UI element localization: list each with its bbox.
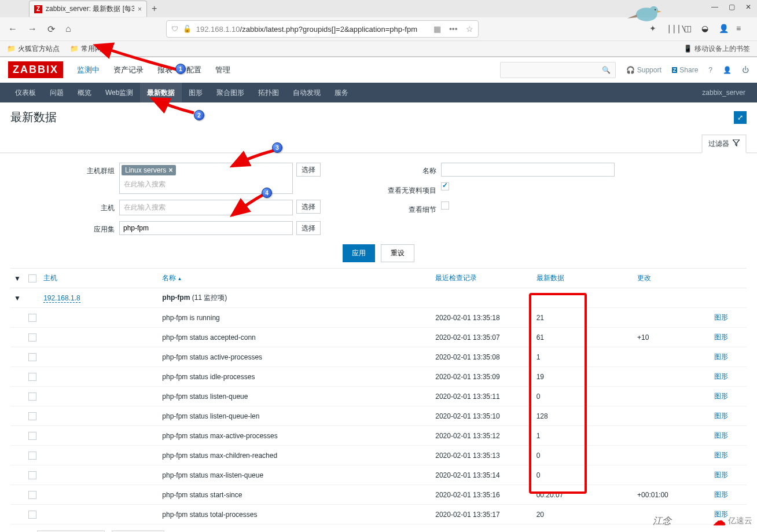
application-select-button[interactable]: 选择 <box>296 221 321 235</box>
col-checkbox-all[interactable] <box>25 269 41 288</box>
more-icon[interactable]: ••• <box>449 24 458 34</box>
graph-link[interactable]: 图形 <box>714 313 728 321</box>
col-host[interactable]: 主机 <box>40 269 159 288</box>
sub-menu: 仪表板 问题 概览 Web监测 最新数据 图形 聚合图形 拓扑图 自动发现 服务… <box>0 83 757 102</box>
table-row: php-fpm status listen-queue2020-02-01 13… <box>10 387 747 406</box>
row-checkbox[interactable] <box>28 491 36 499</box>
submenu-web[interactable]: Web监测 <box>98 83 140 102</box>
url-bar[interactable]: 🛡 🔓 192.168.1.10/zabbix/latest.php?group… <box>166 20 479 38</box>
col-toggle[interactable]: ▼ <box>10 269 25 288</box>
item-lastvalue: 21 <box>533 308 634 328</box>
maximize-icon[interactable]: ▢ <box>729 3 735 11</box>
submenu-discovery[interactable]: 自动发现 <box>286 83 328 102</box>
details-checkbox[interactable] <box>441 201 449 210</box>
global-search-input[interactable]: 🔍 <box>500 62 616 78</box>
submenu-dashboard[interactable]: 仪表板 <box>8 83 43 102</box>
account-icon[interactable]: 👤 <box>719 24 729 34</box>
row-checkbox[interactable] <box>28 471 36 479</box>
graph-link[interactable]: 图形 <box>714 333 728 341</box>
apply-button[interactable]: 应用 <box>343 244 375 262</box>
reader-icon[interactable]: ▦ <box>433 24 441 34</box>
bookmark-firefox[interactable]: 📁火狐官方站点 <box>7 44 60 54</box>
menu-administration[interactable]: 管理 <box>210 58 236 82</box>
row-checkbox[interactable] <box>28 353 36 361</box>
row-checkbox[interactable] <box>28 392 36 401</box>
row-checkbox[interactable] <box>28 452 36 460</box>
row-checkbox[interactable] <box>28 432 36 440</box>
zabbix-logo[interactable]: ZABBIX <box>8 61 63 78</box>
tab-close-icon[interactable]: × <box>138 5 142 13</box>
col-name[interactable]: 名称 <box>159 269 432 288</box>
share-link[interactable]: ZShare <box>672 66 699 74</box>
row-checkbox[interactable] <box>28 314 36 322</box>
extension-icon[interactable]: ✦ <box>649 24 660 34</box>
row-checkbox[interactable] <box>28 511 36 519</box>
graph-link[interactable]: 图形 <box>714 412 728 420</box>
forward-button[interactable]: → <box>25 21 39 36</box>
item-change <box>634 426 711 446</box>
lock-strike-icon[interactable]: 🔓 <box>183 25 192 33</box>
support-link[interactable]: 🎧Support <box>626 66 662 74</box>
item-name: php-fpm status listen-queue <box>159 387 432 406</box>
bookmark-star-icon[interactable]: ☆ <box>466 24 473 34</box>
logout-icon[interactable]: ⏻ <box>742 66 749 74</box>
hostgroups-select-button[interactable]: 选择 <box>296 163 321 177</box>
graph-link[interactable]: 图形 <box>714 471 728 479</box>
menu-monitoring[interactable]: 监测中 <box>71 58 105 82</box>
submenu-graphs[interactable]: 图形 <box>182 83 210 102</box>
filter-toggle[interactable]: 过滤器 <box>701 134 747 153</box>
help-icon[interactable]: ? <box>708 66 712 74</box>
reset-button[interactable]: 重设 <box>381 244 414 262</box>
col-lastcheck[interactable]: 最近检查记录 <box>432 269 532 288</box>
name-input[interactable] <box>441 163 615 177</box>
close-window-icon[interactable]: ✕ <box>745 3 751 11</box>
reload-button[interactable]: ⟳ <box>45 21 57 37</box>
library-icon[interactable]: |||\ <box>667 24 677 34</box>
submenu-services[interactable]: 服务 <box>328 83 355 102</box>
submenu-problems[interactable]: 问题 <box>43 83 71 102</box>
back-button[interactable]: ← <box>6 21 20 36</box>
row-checkbox[interactable] <box>28 333 36 342</box>
browser-tab[interactable]: Z zabbix_server: 最新数据 [每30 × <box>29 1 147 17</box>
submenu-overview[interactable]: 概览 <box>71 83 98 102</box>
bookmark-mobile[interactable]: 📱移动设备上的书签 <box>683 44 750 54</box>
fullscreen-button[interactable]: ⤢ <box>734 111 747 124</box>
collapse-toggle[interactable]: ▼ <box>10 288 25 308</box>
shield-icon[interactable]: 🛡 <box>171 25 178 33</box>
field-hosts: 主机 在此输入搜索 选择 <box>57 200 321 215</box>
submenu-screens[interactable]: 聚合图形 <box>210 83 251 102</box>
row-checkbox[interactable] <box>28 373 36 381</box>
graph-link[interactable]: 图形 <box>714 451 728 459</box>
item-name: php-fpm status max-listen-queue <box>159 465 432 485</box>
graph-link[interactable]: 图形 <box>714 490 728 498</box>
menu-inventory[interactable]: 资产记录 <box>108 58 149 82</box>
home-button[interactable]: ⌂ <box>63 21 74 36</box>
row-checkbox[interactable] <box>28 412 36 420</box>
nodata-checkbox[interactable] <box>441 182 449 190</box>
annotation-marker-4: 4 <box>262 188 272 198</box>
bookmark-common[interactable]: 📁常用网址 <box>70 44 109 54</box>
graph-link[interactable]: 图形 <box>714 372 728 380</box>
hosts-select-button[interactable]: 选择 <box>296 200 321 214</box>
new-tab-button[interactable]: + <box>152 3 157 14</box>
user-icon[interactable]: 👤 <box>723 66 732 74</box>
minimize-icon[interactable]: — <box>711 3 718 11</box>
item-change <box>634 446 711 465</box>
col-change[interactable]: 更改 <box>634 269 711 288</box>
pocket-icon[interactable]: ◒ <box>701 24 712 34</box>
submenu-maps[interactable]: 拓扑图 <box>251 83 286 102</box>
graph-link[interactable]: 图形 <box>714 353 728 361</box>
hostgroup-tag: Linux servers× <box>122 165 176 175</box>
menu-icon[interactable]: ≡ <box>736 24 747 34</box>
sidebar-icon[interactable]: ◫ <box>684 24 694 34</box>
application-input[interactable] <box>119 221 293 235</box>
menu-reports[interactable]: 报表 <box>152 58 178 82</box>
remove-tag-icon[interactable]: × <box>168 166 172 174</box>
submenu-latest-data[interactable]: 最新数据 <box>140 83 182 102</box>
hosts-input[interactable]: 在此输入搜索 <box>119 200 293 215</box>
col-lastvalue[interactable]: 最新数据 <box>533 269 634 288</box>
tab-bar: Z zabbix_server: 最新数据 [每30 × + <box>0 0 757 17</box>
graph-link[interactable]: 图形 <box>714 392 728 400</box>
graph-link[interactable]: 图形 <box>714 431 728 439</box>
host-link[interactable]: 192.168.1.8 <box>43 294 80 303</box>
